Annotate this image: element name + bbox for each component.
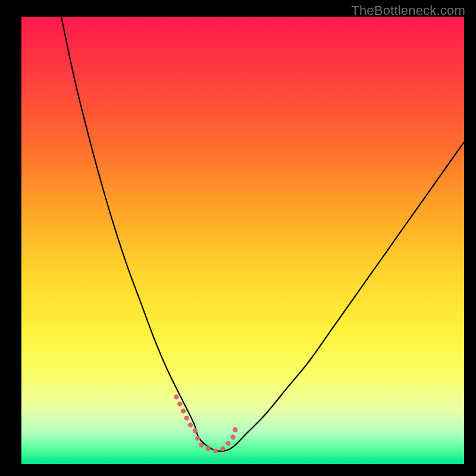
chart-curve-layer [21,17,464,464]
watermark-text: TheBottleneck.com [351,3,465,18]
chart-frame: TheBottleneck.com [0,0,476,476]
chart-plot-area [21,17,464,464]
bottleneck-curve [61,17,464,451]
